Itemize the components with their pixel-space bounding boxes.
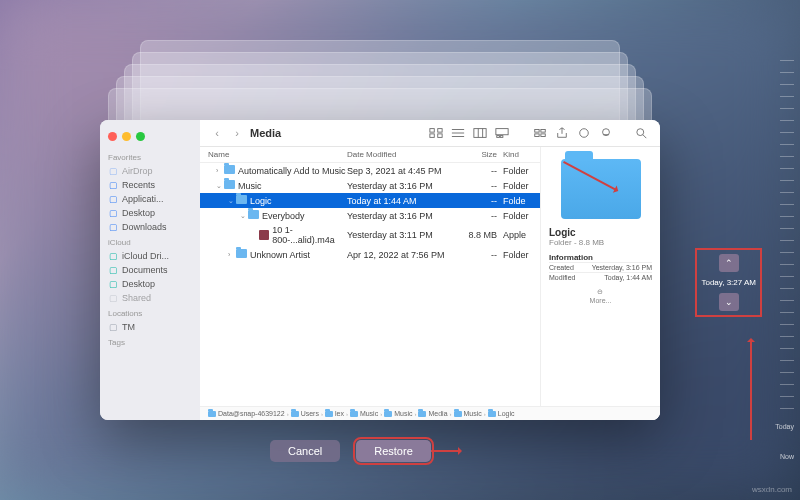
preview-created-val: Yesterday, 3:16 PM xyxy=(592,264,652,271)
back-button[interactable]: ‹ xyxy=(210,126,224,140)
svg-rect-2 xyxy=(430,134,434,138)
preview-more[interactable]: ⊖More... xyxy=(590,288,612,304)
traffic-lights xyxy=(106,128,194,149)
sidebar-heading-icloud: iCloud xyxy=(108,238,192,247)
forward-button[interactable]: › xyxy=(230,126,244,140)
svg-rect-16 xyxy=(541,134,545,137)
tag-icon[interactable] xyxy=(576,126,592,140)
watermark: wsxdn.com xyxy=(752,485,792,494)
preview-info-head: Information xyxy=(549,253,593,262)
timeline-timestamp: Today, 3:27 AM xyxy=(701,278,756,287)
share-icon[interactable] xyxy=(554,126,570,140)
preview-subtitle: Folder - 8.8 MB xyxy=(549,238,604,247)
timeline-scale: Today Now xyxy=(764,60,794,460)
sidebar-item[interactable]: ▢Applicati... xyxy=(106,192,194,206)
cancel-button[interactable]: Cancel xyxy=(270,440,340,462)
sidebar-heading-locations: Locations xyxy=(108,309,192,318)
restore-button[interactable]: Restore xyxy=(356,440,431,462)
sidebar-item[interactable]: ▢Desktop xyxy=(106,206,194,220)
file-row[interactable]: ⌄MusicYesterday at 3:16 PM--Folder xyxy=(200,178,540,193)
view-list-icon[interactable] xyxy=(450,126,466,140)
annotation-arrow xyxy=(750,340,752,440)
timeline-down-button[interactable]: ⌄ xyxy=(719,293,739,311)
preview-modified-val: Today, 1:44 AM xyxy=(604,274,652,281)
sidebar-item[interactable]: ▢Recents xyxy=(106,178,194,192)
file-row[interactable]: 10 1-800-...alid).m4aYesterday at 3:11 P… xyxy=(200,223,540,247)
maximize-button[interactable] xyxy=(136,132,145,141)
svg-rect-12 xyxy=(500,136,503,138)
sidebar-item[interactable]: ▢TM xyxy=(106,320,194,334)
search-icon[interactable] xyxy=(634,126,650,140)
path-bar[interactable]: Data@snap-4639122›Users›lex›Music›Music›… xyxy=(200,406,660,420)
file-row[interactable]: ›Automatically Add to MusicSep 3, 2021 a… xyxy=(200,163,540,178)
timeline-up-button[interactable]: ⌃ xyxy=(719,254,739,272)
sidebar-heading-favorites: Favorites xyxy=(108,153,192,162)
group-icon[interactable] xyxy=(532,126,548,140)
svg-rect-13 xyxy=(535,130,539,133)
col-name[interactable]: Name xyxy=(208,150,347,159)
svg-rect-0 xyxy=(430,129,434,133)
svg-point-19 xyxy=(637,129,644,136)
window-title: Media xyxy=(250,127,281,139)
sidebar-item[interactable]: ▢iCloud Dri... xyxy=(106,249,194,263)
preview-name: Logic xyxy=(549,227,576,238)
sidebar-item[interactable]: ▢Documents xyxy=(106,263,194,277)
action-icon[interactable] xyxy=(598,126,614,140)
svg-line-20 xyxy=(643,135,646,138)
action-buttons: Cancel Restore xyxy=(270,440,431,462)
sidebar-item[interactable]: ▢Downloads xyxy=(106,220,194,234)
finder-window: Favorites ▢AirDrop▢Recents▢Applicati...▢… xyxy=(100,120,660,420)
toolbar: ‹ › Media xyxy=(200,120,660,147)
view-column-icon[interactable] xyxy=(472,126,488,140)
sidebar-item[interactable]: ▢Shared xyxy=(106,291,194,305)
svg-point-17 xyxy=(580,129,589,138)
file-list: Name Date Modified Size Kind ›Automatica… xyxy=(200,147,540,406)
close-button[interactable] xyxy=(108,132,117,141)
path-segment[interactable]: Users xyxy=(291,410,319,417)
file-row[interactable]: ›Unknown ArtistApr 12, 2022 at 7:56 PM--… xyxy=(200,247,540,262)
col-kind[interactable]: Kind xyxy=(497,150,532,159)
minimize-button[interactable] xyxy=(122,132,131,141)
svg-rect-15 xyxy=(535,134,539,137)
preview-created-key: Created xyxy=(549,264,574,271)
view-icon-icon[interactable] xyxy=(428,126,444,140)
svg-rect-7 xyxy=(474,129,486,138)
column-headers[interactable]: Name Date Modified Size Kind xyxy=(200,147,540,163)
main-pane: ‹ › Media Name Date Modified Size Kind xyxy=(200,120,660,420)
col-date[interactable]: Date Modified xyxy=(347,150,457,159)
svg-rect-14 xyxy=(541,130,545,133)
sidebar-heading-tags: Tags xyxy=(108,338,192,347)
path-segment[interactable]: Media xyxy=(418,410,447,417)
path-segment[interactable]: Music xyxy=(350,410,378,417)
file-row[interactable]: ⌄EverybodyYesterday at 3:16 PM--Folder xyxy=(200,208,540,223)
view-gallery-icon[interactable] xyxy=(494,126,510,140)
path-segment[interactable]: Data@snap-4639122 xyxy=(208,410,285,417)
svg-rect-3 xyxy=(438,134,442,138)
sidebar-item[interactable]: ▢Desktop xyxy=(106,277,194,291)
svg-rect-11 xyxy=(497,136,500,138)
col-size[interactable]: Size xyxy=(457,150,497,159)
svg-rect-1 xyxy=(438,129,442,133)
path-segment[interactable]: lex xyxy=(325,410,344,417)
file-row[interactable]: ⌄LogicToday at 1:44 AM--Folde xyxy=(200,193,540,208)
path-segment[interactable]: Logic xyxy=(488,410,515,417)
sidebar-item[interactable]: ▢AirDrop xyxy=(106,164,194,178)
path-segment[interactable]: Music xyxy=(454,410,482,417)
sidebar: Favorites ▢AirDrop▢Recents▢Applicati...▢… xyxy=(100,120,200,420)
preview-modified-key: Modified xyxy=(549,274,575,281)
preview-pane: Logic Folder - 8.8 MB Information Create… xyxy=(540,147,660,406)
path-segment[interactable]: Music xyxy=(384,410,412,417)
timeline-nav: ⌃ Today, 3:27 AM ⌄ xyxy=(697,250,760,315)
svg-rect-10 xyxy=(496,129,508,135)
